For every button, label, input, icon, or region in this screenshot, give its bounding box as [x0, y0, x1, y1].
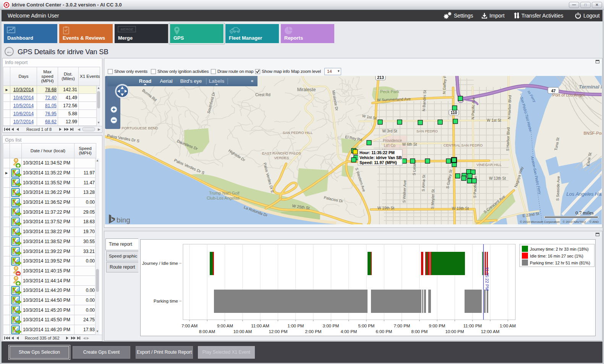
svg-text:SAN PEDRO HILL: SAN PEDRO HILL — [283, 130, 313, 135]
svg-text:N Pacific Ave: N Pacific Ave — [471, 97, 476, 120]
svg-text:SAN PEDRO: SAN PEDRO — [416, 129, 438, 133]
svg-text:7:00 PM: 7:00 PM — [394, 324, 410, 328]
svg-text:MERGE: MERGE — [120, 27, 133, 31]
svg-text:5:00 PM: 5:00 PM — [358, 324, 375, 328]
svg-text:1:00 PM: 1:00 PM — [288, 324, 304, 328]
svg-text:Bird's eye: Bird's eye — [180, 78, 202, 84]
svg-text:12:00 AM: 12:00 AM — [481, 329, 500, 334]
svg-text:© 2010 NAVTEQ: © 2010 NAVTEQ — [563, 220, 586, 224]
svg-text:N Harbor Blvd: N Harbor Blvd — [507, 95, 512, 119]
svg-text:Providence: Providence — [383, 139, 402, 143]
svg-text:S Alma St: S Alma St — [421, 175, 426, 192]
svg-text:W 19th St: W 19th St — [452, 206, 469, 211]
svg-text:Miraleste: Miraleste — [297, 87, 316, 92]
svg-text:W 6th St: W 6th St — [402, 142, 417, 147]
svg-text:9:00 PM: 9:00 PM — [429, 324, 445, 328]
svg-text:VINEGAR HILL: VINEGAR HILL — [476, 163, 501, 167]
svg-text:11:35:22 PM: 11:35:22 PM — [485, 267, 489, 291]
svg-text:10:00 PM: 10:00 PM — [445, 329, 464, 334]
svg-text:VERDES: VERDES — [274, 156, 289, 160]
svg-text:© 2014 Microsoft Corporation: © 2014 Microsoft Corporation — [520, 220, 560, 224]
svg-text:Terminal Is: Terminal Is — [579, 84, 602, 90]
svg-text:2:00 PM: 2:00 PM — [305, 329, 322, 334]
svg-text:Journey time: 2 hr 33 min (18%: Journey time: 2 hr 33 min (18%) — [530, 247, 589, 251]
svg-text:W 1st St: W 1st St — [487, 118, 501, 122]
svg-text:8:00 AM: 8:00 AM — [199, 329, 215, 334]
svg-text:Speed: 11.97 (MPH): Speed: 11.97 (MPH) — [359, 160, 397, 165]
svg-text:6:00 PM: 6:00 PM — [376, 329, 392, 334]
svg-text:Trump Nat'l Golf: Trump Nat'l Golf — [209, 191, 240, 195]
svg-text:11:00 PM: 11:00 PM — [463, 324, 482, 328]
svg-text:S Seaside Ave: S Seaside Ave — [555, 176, 560, 201]
svg-text:«: « — [251, 78, 254, 84]
svg-text:110: 110 — [451, 110, 457, 115]
svg-text:12:00 PM: 12:00 PM — [269, 329, 287, 334]
svg-text:1:00 AM: 1:00 AM — [500, 324, 516, 328]
svg-text:EAST RANCHO PALOS: EAST RANCHO PALOS — [262, 151, 301, 155]
svg-text:PORTUGUESE BEND: PORTUGUESE BEND — [121, 126, 158, 130]
svg-text:bing: bing — [117, 216, 130, 224]
svg-text:Journey / Idle time: Journey / Idle time — [142, 261, 178, 266]
svg-text:W 19th St: W 19th St — [377, 206, 394, 210]
svg-text:Vehicle: idrive Van SB: Vehicle: idrive Van SB — [359, 155, 402, 160]
svg-text:BNSF-Port: BNSF-Port — [583, 131, 602, 135]
svg-text:© AND: © AND — [589, 220, 599, 224]
svg-text:4:00 PM: 4:00 PM — [341, 329, 357, 334]
svg-text:11:00 AM: 11:00 AM — [251, 324, 269, 328]
svg-text:Club-Los Angelas: Club-Los Angelas — [207, 196, 240, 200]
svg-text:7:00 AM: 7:00 AM — [181, 324, 198, 328]
svg-text:3:00 PM: 3:00 PM — [323, 324, 339, 328]
svg-text:Aerial: Aerial — [160, 78, 172, 84]
svg-text:W 13th St: W 13th St — [489, 176, 506, 180]
svg-text:S Harbor Blvd: S Harbor Blvd — [505, 127, 510, 151]
svg-text:Peck Park: Peck Park — [380, 89, 400, 94]
svg-text:S Walker Ave: S Walker Ave — [402, 180, 407, 203]
svg-text:Hour: 11:35:22 PM: Hour: 11:35:22 PM — [359, 150, 395, 155]
svg-text:Los Angeles Harb: Los Angeles Harb — [567, 191, 602, 197]
svg-text:W 3rd St: W 3rd St — [382, 129, 397, 133]
svg-text:Parking time: 12 hr 51 min (81: Parking time: 12 hr 51 min (81%) — [530, 261, 590, 265]
svg-text:S Meyler St: S Meyler St — [430, 189, 435, 209]
svg-text:47: 47 — [551, 89, 556, 93]
svg-text:213: 213 — [377, 76, 384, 80]
svg-text:9:00 AM: 9:00 AM — [217, 324, 233, 328]
svg-text:Labels: Labels — [209, 78, 224, 84]
svg-text:Crest Rd: Crest Rd — [255, 93, 270, 97]
svg-text:Idle time: 16 min 27 sec (1%): Idle time: 16 min 27 sec (1%) — [530, 254, 583, 258]
svg-text:8:00 PM: 8:00 PM — [411, 329, 428, 334]
svg-text:Road: Road — [139, 78, 152, 84]
svg-text:Parking time: Parking time — [154, 299, 178, 303]
svg-text:CENTRAL SAN PEDRO: CENTRAL SAN PEDRO — [444, 143, 483, 147]
svg-text:10:00 AM: 10:00 AM — [233, 329, 252, 334]
svg-text:Lit'l Co: Lit'l Co — [384, 143, 396, 148]
svg-text:Port of Los Angel: Port of Los Angel — [552, 93, 585, 97]
svg-text:0.7 miles: 0.7 miles — [575, 210, 594, 216]
